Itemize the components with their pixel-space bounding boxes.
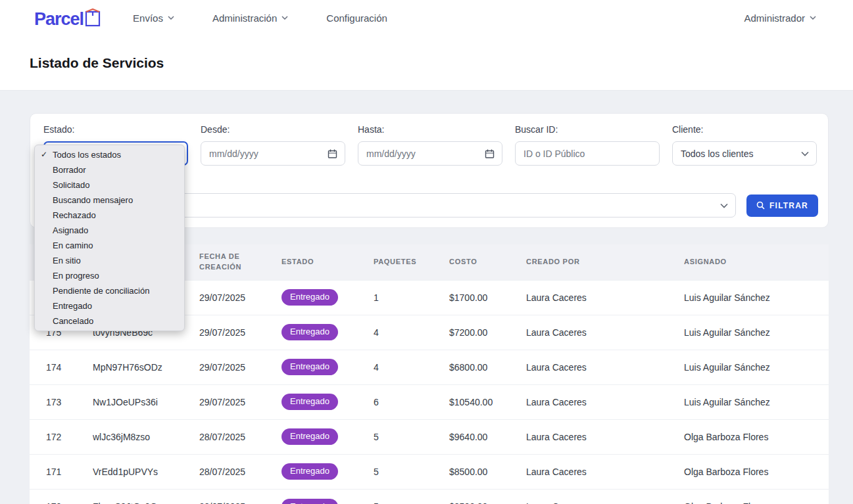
nav-item-label: Configuración <box>326 12 387 24</box>
parcel-box-icon <box>84 8 101 28</box>
cell-fecha: 28/07/2025 <box>199 419 281 454</box>
buscar-id-input[interactable] <box>524 149 651 159</box>
buscar-id-label: Buscar ID: <box>515 124 660 135</box>
status-badge: Entregado <box>281 499 338 504</box>
search-icon <box>756 201 765 210</box>
viewport: Parcel Envíos Administración Configuraci… <box>0 0 853 504</box>
user-menu-label: Administrador <box>744 12 805 24</box>
dropdown-item-en-sitio[interactable]: En sitio <box>35 253 184 268</box>
chevron-down-icon <box>801 151 809 156</box>
cell-creado-por: Laura Caceres <box>526 315 684 350</box>
cliente-select-value: Todos los clientes <box>681 149 754 159</box>
cell-costo: $8500.00 <box>449 489 526 504</box>
cell-paquetes: 5 <box>374 489 449 504</box>
status-badge: Entregado <box>281 428 338 444</box>
col-header-paquetes: Paquetes <box>374 244 449 280</box>
dropdown-item-todos-los-estados[interactable]: ✓ Todos los estados <box>35 147 184 162</box>
status-badge: Entregado <box>281 289 338 305</box>
col-header-estado: Estado <box>281 244 374 280</box>
cell-public-id: MpN97H76sODz <box>93 350 199 384</box>
cell-costo: $1700.00 <box>449 280 526 315</box>
dropdown-item-asignado[interactable]: Asignado <box>35 223 184 238</box>
chevron-down-icon <box>168 16 174 20</box>
status-badge: Entregado <box>281 394 338 409</box>
cliente-select[interactable]: Todos los clientes <box>672 141 817 166</box>
cell-costo: $10540.00 <box>449 384 526 419</box>
cell-id: 173 <box>30 384 93 419</box>
cell-asignado: Olga Barboza Flores <box>684 419 829 454</box>
cell-estado: Entregado <box>281 454 374 489</box>
cell-estado: Entregado <box>281 419 374 454</box>
col-header-fecha-creacion: Fecha de creación <box>199 244 281 280</box>
dropdown-item-borrador[interactable]: Borrador <box>35 162 184 177</box>
filtrar-button-label: FILTRAR <box>769 201 808 210</box>
cell-public-id: FhwyS9JtQv0O <box>93 489 199 504</box>
nav-item-label: Administración <box>212 12 277 24</box>
hasta-date-input[interactable] <box>366 149 494 159</box>
estado-dropdown-menu: ✓ Todos los estados Borrador Solicitado … <box>34 145 185 331</box>
col-header-costo: Costo <box>449 244 526 280</box>
cell-creado-por: Laura Caceres <box>526 419 684 454</box>
dropdown-item-pendiente-de-conciliacion[interactable]: Pendiente de conciliación <box>35 283 184 298</box>
cell-creado-por: Laura Caceres <box>526 489 684 504</box>
cell-public-id: wlJc36jM8zso <box>93 419 199 454</box>
calendar-icon[interactable] <box>485 149 495 158</box>
nav-item-configuracion[interactable]: Configuración <box>326 12 387 24</box>
buscar-id-filter-field: Buscar ID: <box>515 124 660 166</box>
nav-item-envios[interactable]: Envíos <box>133 12 174 24</box>
calendar-icon[interactable] <box>328 149 337 158</box>
cell-paquetes: 5 <box>374 454 449 489</box>
dropdown-item-en-progreso[interactable]: En progreso <box>35 268 184 283</box>
chevron-down-icon <box>810 16 816 20</box>
page-title: Listado de Servicios <box>30 55 164 71</box>
col-header-asignado: Asignado <box>684 244 829 280</box>
dropdown-item-solicitado[interactable]: Solicitado <box>35 177 184 193</box>
table-row[interactable]: 171 VrEdd1pUPVYs 28/07/2025 Entregado 5 … <box>30 454 829 489</box>
status-badge: Entregado <box>281 324 338 340</box>
desde-date-input[interactable] <box>209 149 337 159</box>
cell-asignado: Olga Barboza Flores <box>684 489 829 504</box>
table-row[interactable]: 173 Nw1JOeUPs36i 29/07/2025 Entregado 6 … <box>30 384 829 419</box>
table-row[interactable]: 174 MpN97H76sODz 29/07/2025 Entregado 4 … <box>30 350 829 384</box>
brand-logo[interactable]: Parcel <box>34 8 101 28</box>
cell-costo: $6800.00 <box>449 350 526 384</box>
cell-estado: Entregado <box>281 384 374 419</box>
nav-item-administracion[interactable]: Administración <box>212 12 288 24</box>
cell-asignado: Luis Aguilar Sánchez <box>684 280 829 315</box>
dropdown-item-cancelado[interactable]: Cancelado <box>35 313 184 329</box>
hasta-date-control[interactable] <box>358 141 502 166</box>
hasta-label: Hasta: <box>358 124 502 135</box>
cell-creado-por: Laura Caceres <box>526 280 684 315</box>
cell-fecha: 29/07/2025 <box>199 280 281 315</box>
dropdown-item-buscando-mensajero[interactable]: Buscando mensajero <box>35 193 184 208</box>
chevron-down-icon <box>720 203 728 208</box>
cell-id: 174 <box>30 350 93 384</box>
cell-paquetes: 1 <box>374 280 449 315</box>
cliente-filter-field: Cliente: Todos los clientes <box>672 124 817 166</box>
brand-name: Parcel <box>34 11 84 28</box>
cell-asignado: Olga Barboza Flores <box>684 454 829 489</box>
cell-paquetes: 6 <box>374 384 449 419</box>
table-row[interactable]: 172 wlJc36jM8zso 28/07/2025 Entregado 5 … <box>30 419 829 454</box>
cell-asignado: Luis Aguilar Sánchez <box>684 384 829 419</box>
cell-asignado: Luis Aguilar Sánchez <box>684 315 829 350</box>
user-menu-administrador[interactable]: Administrador <box>744 12 816 24</box>
buscar-id-control[interactable] <box>515 141 660 166</box>
filtrar-button[interactable]: FILTRAR <box>746 195 818 217</box>
status-badge: Entregado <box>281 463 338 479</box>
cell-public-id: VrEdd1pUPVYs <box>93 454 199 489</box>
dropdown-item-entregado[interactable]: Entregado <box>35 298 184 313</box>
top-navigation: Parcel Envíos Administración Configuraci… <box>0 0 853 35</box>
cell-paquetes: 4 <box>374 315 449 350</box>
nav-menu: Envíos Administración Configuración <box>133 12 387 24</box>
desde-label: Desde: <box>201 124 345 135</box>
table-row[interactable]: 170 FhwyS9JtQv0O 28/07/2025 Entregado 5 … <box>30 489 829 504</box>
dropdown-item-rechazado[interactable]: Rechazado <box>35 208 184 223</box>
cell-id: 172 <box>30 419 93 454</box>
cell-id: 171 <box>30 454 93 489</box>
title-bar: Listado de Servicios <box>0 35 853 91</box>
dropdown-item-en-camino[interactable]: En camino <box>35 238 184 253</box>
cell-creado-por: Laura Caceres <box>526 454 684 489</box>
cell-fecha: 29/07/2025 <box>199 315 281 350</box>
desde-date-control[interactable] <box>201 141 345 166</box>
